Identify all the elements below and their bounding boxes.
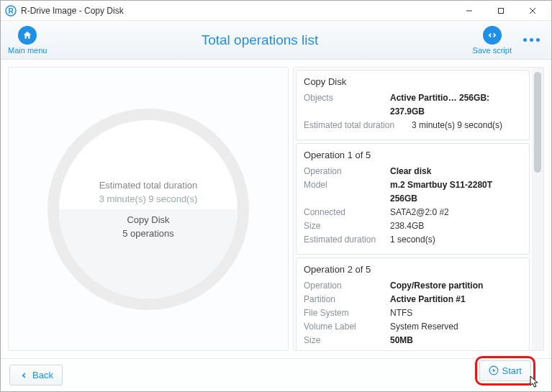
start-button[interactable]: Start	[479, 360, 531, 381]
operations-count: 5 operations	[122, 228, 174, 239]
window-title: R-Drive Image - Copy Disk	[21, 6, 453, 16]
play-icon	[489, 365, 499, 375]
detail-row: OperationClear disk	[304, 165, 522, 178]
home-icon	[18, 26, 37, 45]
cursor-icon	[530, 375, 540, 388]
detail-row: ObjectsActive Partitio… 256GB: 237.9GB	[304, 91, 522, 119]
operation-panel: Copy DiskObjectsActive Partitio… 256GB: …	[296, 70, 530, 140]
detail-key: Volume Label	[304, 320, 390, 334]
maximize-button[interactable]	[485, 1, 517, 20]
more-menu-button[interactable]	[519, 38, 544, 42]
detail-row: Estimated total duration3 minute(s) 9 se…	[304, 119, 522, 132]
toolbar: Main menu Total operations list Save scr…	[1, 21, 551, 60]
detail-row: Modelm.2 Smartbuy S11-2280T 256GB	[304, 178, 522, 206]
svg-text:R: R	[8, 7, 14, 15]
arrow-left-icon	[19, 370, 29, 380]
detail-value: Clear disk	[390, 165, 522, 178]
save-script-button[interactable]: Save script	[473, 26, 512, 55]
detail-key: File System	[304, 306, 390, 320]
main-menu-button[interactable]: Main menu	[8, 26, 47, 55]
detail-key: Estimated total duration	[304, 119, 412, 132]
summary-pane: Estimated total duration 3 minute(s) 9 s…	[8, 67, 289, 351]
start-label: Start	[502, 365, 522, 376]
detail-value: SATA2@2:0 #2	[390, 206, 522, 219]
detail-row: Size50MB	[304, 334, 522, 347]
app-window: R R-Drive Image - Copy Disk Main menu To…	[0, 0, 552, 392]
detail-value: Copy/Restore partition	[390, 279, 522, 293]
dot-icon	[536, 38, 540, 42]
detail-value: Active Partitio… 256GB: 237.9GB	[390, 91, 522, 119]
detail-key: Source HDD	[304, 347, 390, 350]
detail-value: 3 minute(s) 9 second(s)	[412, 119, 522, 132]
operation-panel: Operation 1 of 5OperationClear diskModel…	[296, 143, 530, 255]
detail-key: Partition	[304, 293, 390, 306]
detail-key: Connected	[304, 206, 390, 219]
page-title: Total operations list	[47, 32, 472, 48]
minimize-button[interactable]	[453, 1, 485, 20]
detail-key: Model	[304, 178, 390, 206]
start-highlight: Start	[475, 356, 535, 386]
detail-value: 1 second(s)	[390, 233, 522, 247]
detail-key: Operation	[304, 165, 390, 178]
est-duration-label: Estimated total duration	[99, 180, 198, 191]
detail-row: ConnectedSATA2@2:0 #2	[304, 206, 522, 219]
panel-title: Operation 1 of 5	[304, 150, 522, 160]
titlebar: R R-Drive Image - Copy Disk	[1, 1, 551, 21]
detail-key: Estimated duration	[304, 233, 390, 247]
detail-value: m.2 Smartbuy S11-2280T 256GB	[390, 178, 522, 206]
back-label: Back	[32, 370, 53, 380]
detail-key: Size	[304, 334, 390, 347]
detail-value: 50MB	[390, 334, 522, 347]
detail-value: NTFS	[390, 306, 522, 320]
operations-pane: Copy DiskObjectsActive Partitio… 256GB: …	[293, 67, 544, 351]
detail-row: File SystemNTFS	[304, 306, 522, 320]
detail-row: OperationCopy/Restore partition	[304, 279, 522, 293]
dot-icon	[523, 38, 527, 42]
close-button[interactable]	[517, 1, 548, 20]
save-script-label: Save script	[473, 46, 512, 55]
operation-panel: Operation 2 of 5OperationCopy/Restore pa…	[296, 257, 530, 350]
scrollbar[interactable]	[532, 68, 543, 350]
code-icon	[483, 26, 502, 45]
detail-key: Objects	[304, 91, 390, 119]
progress-circle: Estimated total duration 3 minute(s) 9 s…	[47, 109, 249, 310]
bottom-bar: Back Start	[1, 358, 551, 391]
scrollbar-thumb[interactable]	[534, 72, 541, 173]
app-icon: R	[5, 5, 17, 17]
content-area: Estimated total duration 3 minute(s) 9 s…	[1, 60, 551, 358]
panel-title: Operation 2 of 5	[304, 264, 522, 275]
window-controls	[453, 1, 548, 20]
detail-row: Size238.4GB	[304, 219, 522, 233]
est-duration-value: 3 minute(s) 9 second(s)	[99, 193, 198, 204]
detail-value: 238.4GB	[390, 219, 522, 233]
main-menu-label: Main menu	[8, 46, 47, 55]
detail-value: Active Partition #1	[390, 293, 522, 306]
detail-row: PartitionActive Partition #1	[304, 293, 522, 306]
detail-row: Volume LabelSystem Reserved	[304, 320, 522, 334]
detail-row: Estimated duration1 second(s)	[304, 233, 522, 247]
detail-row: Source HDDSAMSUNG MZNLF… (119.2GB #1)	[304, 347, 522, 350]
detail-value: SAMSUNG MZNLF… (119.2GB #1)	[390, 347, 522, 350]
detail-value: System Reserved	[390, 320, 522, 334]
detail-key: Size	[304, 219, 390, 233]
back-button[interactable]: Back	[9, 365, 63, 386]
operations-list: Copy DiskObjectsActive Partitio… 256GB: …	[294, 68, 532, 350]
dot-icon	[530, 38, 533, 42]
detail-key: Operation	[304, 279, 390, 293]
panel-title: Copy Disk	[304, 76, 522, 87]
svg-rect-3	[499, 8, 504, 13]
action-name: Copy Disk	[127, 214, 169, 225]
